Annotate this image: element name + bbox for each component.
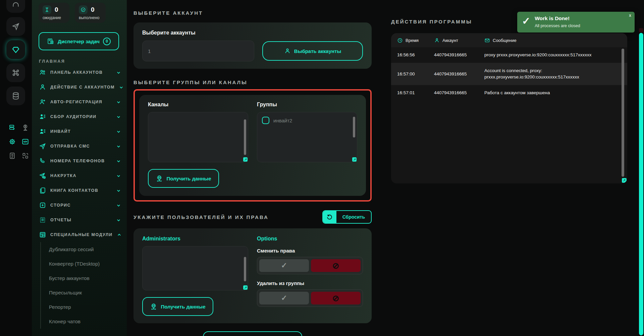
sidebar-subitem-chat-cloner[interactable]: Клонер чатов	[41, 314, 127, 329]
group-item-label: инвайт2	[273, 118, 292, 123]
sidebar-subitem-reporter[interactable]: Репортер	[41, 300, 127, 314]
gear-icon[interactable]	[8, 137, 16, 146]
groups-resize-grip[interactable]	[352, 157, 357, 162]
person-icon	[434, 38, 440, 43]
hourglass-icon	[43, 5, 51, 14]
log-resize-grip[interactable]	[622, 178, 627, 183]
channels-scrollbar[interactable]	[244, 119, 246, 155]
log-time: 16:57:01	[397, 90, 434, 95]
log-message: Account is connected, proxy: prxxx.proxy…	[484, 67, 621, 80]
groups-listbox[interactable]: инвайт2	[257, 112, 357, 162]
message-column-header: Сообщение	[493, 38, 517, 43]
reset-button[interactable]: Сбросить	[322, 210, 372, 224]
sidebar-item-invite[interactable]: ИНВАЙТ	[32, 124, 127, 139]
swap-layout-icon[interactable]	[21, 152, 29, 160]
paper-plane-icon	[11, 22, 20, 31]
accounts-input[interactable]	[142, 41, 254, 61]
sidebar-item-sms-sending[interactable]: ОТПРАВКА СМС	[32, 139, 127, 154]
log-table-header: Время Аккаунт Сообщение	[391, 33, 627, 47]
chevron-down-icon	[116, 218, 121, 223]
person-cam-icon[interactable]	[21, 123, 29, 131]
fetch-data-button[interactable]: Получить данные	[148, 169, 219, 188]
sidebar-subitem-forwarder[interactable]: Пересыльщик	[41, 285, 127, 300]
diamond-rail-button[interactable]	[6, 40, 25, 59]
headset-icon-button[interactable]	[6, 0, 25, 13]
chevron-down-icon	[116, 173, 121, 178]
reports-icon	[39, 216, 46, 224]
administrators-scrollbar[interactable]	[244, 257, 246, 281]
run-button[interactable]: Запустить	[203, 331, 302, 336]
change-rights-deny-toggle[interactable]: ⊘	[311, 259, 361, 272]
sidebar-subitem-session-duplicator[interactable]: Дубликатор сессий	[41, 242, 127, 257]
done-count: 0	[91, 6, 95, 13]
channels-resize-grip[interactable]	[243, 157, 248, 162]
code-window-icon[interactable]	[21, 137, 29, 146]
sidebar-menu: 0 ожидание 0 выполнено Диспетчер задач 0…	[32, 0, 127, 336]
sidebar-item-stories[interactable]: СТОРИС	[32, 198, 127, 213]
task-manager-button[interactable]: Диспетчер задач 0	[39, 32, 119, 50]
chevron-down-icon	[116, 70, 121, 75]
channels-label: Каналы	[148, 102, 248, 108]
sidebar-item-account-action[interactable]: ДЕЙСТВИЕ С АККАУНТОМ	[32, 80, 127, 95]
options-label: Options	[257, 236, 363, 242]
sidebar-subitem-account-booster[interactable]: Бустер аккаунтов	[41, 271, 127, 285]
menu-section-label: ГЛАВНАЯ	[39, 59, 127, 64]
log-message: Работа с аккаунтом завершена	[484, 90, 621, 96]
app-window: 0 ожидание 0 выполнено Диспетчер задач 0…	[0, 0, 644, 336]
chevron-down-icon	[119, 85, 124, 90]
sidebar-item-boosting[interactable]: НАКРУТКА	[32, 168, 127, 183]
select-accounts-button[interactable]: Выбрать аккаунты	[262, 41, 363, 61]
highlighted-region: Каналы Получить данные Группы	[133, 89, 372, 202]
sidebar-item-phone-numbers[interactable]: НОМЕРА ТЕЛЕФОНОВ	[32, 154, 127, 168]
administrators-listbox[interactable]	[142, 246, 248, 290]
stories-icon	[39, 202, 46, 209]
change-rights-allow-toggle[interactable]: ✓	[259, 259, 309, 272]
server-check-icon[interactable]	[8, 123, 16, 131]
deny-icon: ⊘	[332, 261, 339, 271]
sidebar-item-accounts-panel[interactable]: ПАНЕЛЬ АККАУНТОВ	[32, 65, 127, 80]
sidebar-item-contacts-book[interactable]: КНИГА КОНТАКТОВ	[32, 183, 127, 198]
sidebar-item-reports[interactable]: ОТЧЕТЫ	[32, 213, 127, 227]
administrators-resize-grip[interactable]	[243, 285, 248, 290]
log-row: 16:57:00 4407943916665 Account is connec…	[391, 63, 627, 85]
command-rail-button[interactable]	[6, 63, 25, 82]
toast-check-icon: ✓	[522, 15, 530, 28]
sidebar-item-audience-collection[interactable]: СБОР АУДИТОРИИ	[32, 109, 127, 124]
account-column-header: Аккаунт	[442, 38, 458, 43]
remove-from-group-label: Удалить из группы	[257, 280, 363, 286]
person-icon	[39, 83, 46, 91]
channels-listbox[interactable]	[148, 112, 248, 162]
phone-icon	[39, 157, 46, 165]
window-scrollbar[interactable]	[639, 33, 643, 335]
main-content: ВЫБЕРИТЕ АККАУНТ Выберите аккаунты Выбра…	[127, 0, 382, 336]
groups-scrollbar[interactable]	[353, 117, 355, 137]
sidebar-item-auto-registration[interactable]: АВТО-РЕГИСТРАЦИЯ	[32, 95, 127, 109]
remove-deny-toggle[interactable]: ⊘	[311, 292, 361, 304]
remove-allow-toggle[interactable]: ✓	[259, 292, 309, 304]
send-rail-button[interactable]	[6, 17, 25, 36]
log-row: 16:56:56 4407943916665 proxy prxxx.proxy…	[391, 47, 627, 63]
groups-channels-title: ВЫБЕРИТЕ ГРУППЫ ИЛИ КАНАЛЫ	[133, 79, 372, 85]
chevron-down-icon	[116, 188, 121, 193]
administrators-label: Administrators	[142, 236, 248, 242]
remove-from-group-toggle: ✓ ⊘	[257, 289, 363, 307]
log-scrollbar[interactable]	[622, 49, 624, 177]
task-manager-label: Диспетчер задач	[58, 39, 100, 44]
database-rail-button[interactable]	[6, 87, 25, 105]
sidebar-item-special-modules[interactable]: СПЕЦИАЛЬНЫЕ МОДУЛИ	[32, 227, 127, 242]
chevron-down-icon	[116, 203, 121, 208]
person-icon	[284, 48, 291, 54]
command-icon	[11, 68, 20, 77]
done-label: выполнено	[79, 15, 102, 20]
pending-label: ожидание	[43, 15, 65, 20]
doc-check-icon[interactable]	[8, 152, 16, 160]
toast-close-icon[interactable]: x	[629, 13, 631, 18]
change-rights-toggle: ✓ ⊘	[257, 257, 363, 274]
chevron-down-icon	[116, 159, 121, 164]
group-list-item[interactable]: инвайт2	[257, 112, 357, 128]
sidebar-subitem-tdesktop-converter[interactable]: Конвертер (TDesktop)	[41, 257, 127, 271]
log-account: 4407943916665	[434, 90, 484, 95]
fetch-admins-button[interactable]: Получить данные	[142, 297, 213, 316]
group-checkbox[interactable]	[262, 117, 269, 124]
check-circle-icon	[79, 5, 88, 14]
